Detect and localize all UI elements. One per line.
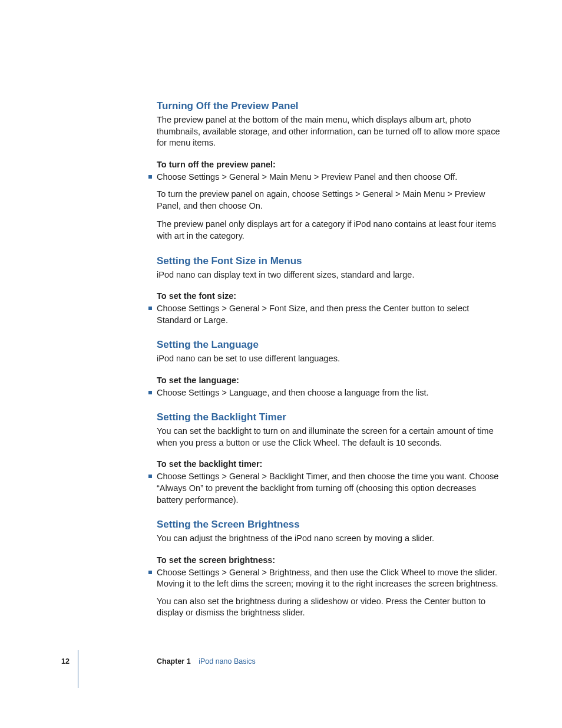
bulleted-step: Choose Settings > General > Brightness, … (157, 567, 503, 619)
intro-paragraph: You can set the backlight to turn on and… (157, 426, 503, 449)
chapter-title: iPod nano Basics (199, 657, 256, 666)
intro-paragraph: iPod nano can be set to use different la… (157, 353, 503, 365)
subheading: To set the backlight timer: (157, 459, 503, 469)
subheading: To turn off the preview panel: (157, 160, 503, 169)
bulleted-step: Choose Settings > Language, and then cho… (157, 387, 503, 399)
footer-chapter: Chapter 1 iPod nano Basics (157, 657, 256, 666)
document-page: Turning Off the Preview Panel The previe… (0, 0, 562, 619)
bulleted-step: Choose Settings > General > Backlight Ti… (157, 471, 503, 506)
intro-paragraph: You can adjust the brightness of the iPo… (157, 533, 503, 545)
bullet-text: Choose Settings > General > Main Menu > … (157, 172, 503, 183)
heading-turning-off-preview: Turning Off the Preview Panel (157, 100, 503, 112)
follow-paragraph: You can also set the brightness during a… (157, 596, 503, 619)
page-number: 12 (61, 657, 70, 666)
bullet-icon (148, 391, 152, 394)
subheading: To set the font size: (157, 291, 503, 301)
heading-backlight-timer: Setting the Backlight Timer (157, 411, 503, 423)
bulleted-step: Choose Settings > General > Main Menu > … (157, 172, 503, 242)
bullet-icon (148, 475, 152, 478)
heading-font-size: Setting the Font Size in Menus (157, 255, 503, 267)
follow-paragraph: To turn the preview panel on again, choo… (157, 189, 503, 212)
chapter-label: Chapter 1 (157, 657, 191, 666)
subheading: To set the language: (157, 375, 503, 385)
heading-language: Setting the Language (157, 339, 503, 351)
subheading: To set the screen brightness: (157, 555, 503, 565)
bullet-text: Choose Settings > General > Font Size, a… (157, 303, 503, 326)
bullet-icon (148, 307, 152, 310)
intro-paragraph: The preview panel at the bottom of the m… (157, 114, 503, 149)
bullet-text: Choose Settings > General > Backlight Ti… (157, 471, 503, 506)
bulleted-step: Choose Settings > General > Font Size, a… (157, 303, 503, 326)
follow-paragraph: The preview panel only displays art for … (157, 219, 503, 242)
bullet-text: Choose Settings > General > Brightness, … (157, 567, 503, 590)
footer-divider-icon (78, 650, 78, 688)
intro-paragraph: iPod nano can display text in two differ… (157, 269, 503, 281)
bullet-icon (148, 571, 152, 574)
heading-screen-brightness: Setting the Screen Brightness (157, 519, 503, 531)
bullet-text: Choose Settings > Language, and then cho… (157, 387, 503, 399)
bullet-icon (148, 175, 152, 179)
